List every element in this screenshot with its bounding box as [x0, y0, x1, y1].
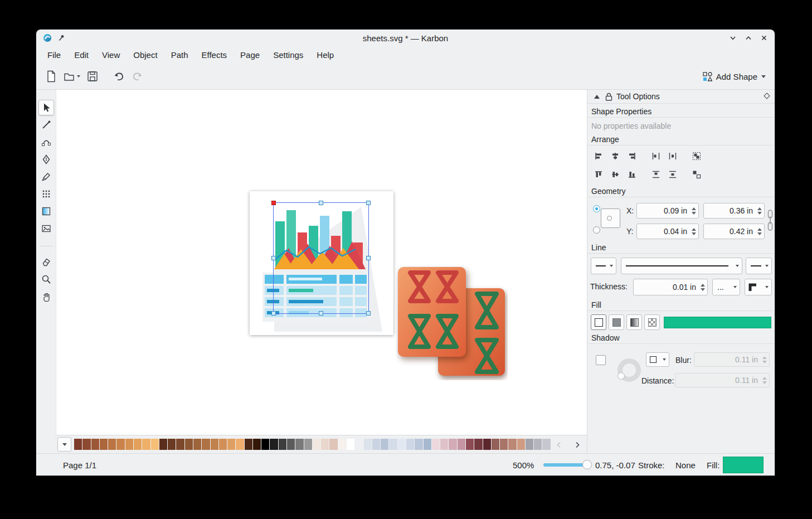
palette-swatch[interactable]	[474, 439, 482, 450]
selection-handle-top-right[interactable]	[366, 201, 371, 205]
canvas[interactable]	[56, 90, 587, 435]
shadow-angle-knob[interactable]	[617, 372, 625, 380]
palette-swatch[interactable]	[338, 439, 346, 450]
palette-swatch[interactable]	[279, 439, 286, 450]
palette-swatch[interactable]	[542, 439, 550, 450]
thickness-spinbox[interactable]: 0.01 in	[633, 279, 708, 295]
palette-swatch[interactable]	[176, 439, 184, 450]
palette-swatch[interactable]	[211, 439, 218, 450]
palette-swatch[interactable]	[134, 439, 142, 450]
palette-swatch[interactable]	[91, 439, 99, 450]
eraser-tool[interactable]	[38, 254, 54, 270]
pan-tool[interactable]	[38, 289, 54, 304]
palette-swatch[interactable]	[253, 439, 261, 450]
selection-box[interactable]	[273, 202, 369, 314]
align-hcenter-button[interactable]	[607, 149, 623, 163]
zoom-slider-handle[interactable]	[582, 460, 592, 469]
align-vcenter-button[interactable]	[607, 167, 623, 182]
line-start-marker-combo[interactable]	[591, 258, 616, 274]
menu-object[interactable]: Object	[127, 48, 164, 62]
menu-edit[interactable]: Edit	[67, 48, 95, 62]
distribute-top-button[interactable]	[648, 167, 663, 182]
palette-swatch[interactable]	[389, 439, 397, 450]
palette-swatch[interactable]	[295, 439, 303, 450]
thickness-spin-arrows[interactable]	[698, 279, 707, 295]
palette-swatch[interactable]	[398, 439, 406, 450]
new-document-button[interactable]	[43, 68, 60, 85]
selection-handle-right[interactable]	[366, 256, 371, 260]
palette-swatch[interactable]	[406, 439, 414, 450]
group-button[interactable]	[689, 149, 704, 163]
fill-none-button[interactable]	[591, 314, 606, 330]
palette-swatch[interactable]	[432, 439, 440, 450]
palette-swatch[interactable]	[185, 439, 193, 450]
palette-swatch[interactable]	[492, 439, 499, 450]
lock-icon[interactable]	[605, 93, 612, 101]
palette-swatch[interactable]	[151, 439, 159, 450]
palette-swatch[interactable]	[415, 439, 422, 450]
palette-swatch[interactable]	[116, 439, 124, 450]
palette-swatch[interactable]	[372, 439, 380, 450]
palette-swatch[interactable]	[526, 439, 533, 450]
line-tool[interactable]	[38, 117, 54, 133]
palette-swatch[interactable]	[508, 439, 516, 450]
unshade-icon[interactable]	[745, 34, 752, 42]
palette-swatch[interactable]	[287, 439, 295, 450]
palette-swatch[interactable]	[193, 439, 201, 450]
palette-swatch[interactable]	[534, 439, 542, 450]
palette-swatch[interactable]	[74, 439, 82, 450]
select-tool[interactable]	[38, 100, 54, 115]
ungroup-button[interactable]	[689, 167, 704, 182]
selection-handle-bottom-left[interactable]	[271, 311, 276, 316]
add-shape-dropdown-arrow[interactable]	[761, 75, 766, 78]
path-edit-tool[interactable]	[38, 134, 54, 150]
pencil-tool[interactable]	[38, 169, 54, 185]
palette-swatch[interactable]	[483, 439, 491, 450]
palette-scroll-left-button[interactable]	[552, 438, 566, 452]
blur-spinbox[interactable]: 0.11 in	[694, 352, 770, 367]
palette-swatch[interactable]	[236, 439, 244, 450]
palette-menu-button[interactable]	[57, 437, 71, 452]
anchor-bottom-left-radio[interactable]	[593, 226, 600, 234]
cap-join-combo[interactable]	[745, 279, 772, 295]
undo-button[interactable]	[111, 68, 128, 85]
chain-link-icon[interactable]	[767, 209, 774, 232]
palette-swatch[interactable]	[449, 439, 456, 450]
palette-swatch[interactable]	[329, 439, 337, 450]
shadow-checkbox[interactable]	[596, 355, 606, 365]
x-spinbox[interactable]: 0.09 in	[636, 203, 699, 219]
fill-status-swatch[interactable]	[723, 457, 764, 473]
zoom-slider[interactable]	[543, 463, 591, 467]
palette-swatch[interactable]	[304, 439, 312, 450]
menu-view[interactable]: View	[95, 48, 127, 62]
open-dropdown-arrow[interactable]	[77, 75, 80, 77]
palette-swatch[interactable]	[466, 439, 474, 450]
x-spin-arrows[interactable]	[689, 203, 698, 218]
fill-gradient-button[interactable]	[626, 314, 642, 330]
miter-limit-combo[interactable]: ...	[712, 279, 740, 295]
palette-swatch[interactable]	[424, 439, 431, 450]
selection-handle-bottom-right[interactable]	[366, 311, 371, 316]
titlebar[interactable]: sheets.svg * — Karbon	[36, 30, 775, 46]
shadow-angle-dial[interactable]	[617, 358, 641, 382]
palette-swatch[interactable]	[82, 439, 90, 450]
menu-settings[interactable]: Settings	[266, 48, 310, 62]
palette-swatch[interactable]	[159, 439, 167, 450]
anchor-top-left-radio[interactable]	[593, 205, 600, 212]
palette-swatch[interactable]	[347, 439, 354, 450]
height-spin-arrows[interactable]	[755, 224, 764, 239]
save-button[interactable]	[84, 68, 101, 85]
distance-spinbox[interactable]: 0.11 in	[675, 373, 770, 387]
y-spin-arrows[interactable]	[689, 224, 698, 239]
float-icon[interactable]	[764, 93, 770, 99]
open-document-button[interactable]	[61, 68, 83, 85]
distribute-vcenter-button[interactable]	[665, 167, 680, 182]
anchor-center-radio[interactable]	[607, 216, 612, 221]
palette-swatch[interactable]	[168, 439, 176, 450]
palette-scroll-right-button[interactable]	[570, 438, 585, 452]
fill-color-preview[interactable]	[664, 317, 771, 328]
palette-swatch[interactable]	[202, 439, 210, 450]
y-spinbox[interactable]: 0.04 in	[636, 224, 699, 239]
menu-file[interactable]: File	[41, 48, 67, 62]
align-left-button[interactable]	[591, 149, 606, 163]
